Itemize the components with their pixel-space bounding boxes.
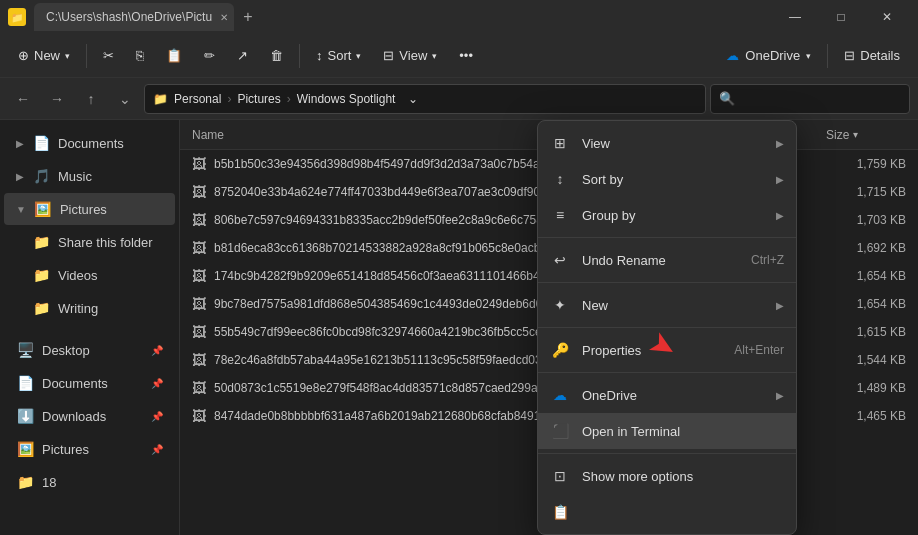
- app-icon: 📁: [8, 8, 26, 26]
- ctx-view[interactable]: ⊞ View ▶: [538, 125, 796, 161]
- videos-icon: 📁: [32, 267, 50, 283]
- tab-close-btn[interactable]: ✕: [220, 12, 228, 23]
- clipboard-ctx-icon: 📋: [550, 504, 570, 520]
- ctx-undo-label: Undo Rename: [582, 253, 739, 268]
- show-more-icon: ⊡: [550, 468, 570, 484]
- properties-icon: 🔑: [550, 342, 570, 358]
- address-box[interactable]: 📁 Personal › Pictures › Windows Spotligh…: [144, 84, 706, 114]
- file-size: 1,654 KB: [826, 269, 906, 283]
- file-icon: 🖼: [192, 156, 206, 172]
- close-btn[interactable]: ✕: [864, 0, 910, 34]
- ctx-clipboard[interactable]: 📋: [538, 494, 796, 530]
- up-btn[interactable]: ↑: [76, 84, 106, 114]
- breadcrumb-spotlight[interactable]: Windows Spotlight: [297, 92, 396, 106]
- sidebar-item-18[interactable]: 📁 18: [4, 466, 175, 498]
- minimize-btn[interactable]: —: [772, 0, 818, 34]
- pin-icon3: 📌: [151, 411, 163, 422]
- onedrive-ctx-icon: ☁: [550, 387, 570, 403]
- sidebar-item-documents2[interactable]: 📄 Documents 📌: [4, 367, 175, 399]
- address-expand-btn[interactable]: ⌄: [401, 87, 425, 111]
- desktop-icon: 🖥️: [16, 342, 34, 358]
- ctx-sep1: [538, 237, 796, 238]
- rename-btn[interactable]: ✏: [194, 40, 225, 72]
- more-button[interactable]: •••: [449, 40, 483, 72]
- ctx-undo-rename[interactable]: ↩ Undo Rename Ctrl+Z: [538, 242, 796, 278]
- writing-icon: 📁: [32, 300, 50, 316]
- file-size: 1,544 KB: [826, 353, 906, 367]
- ctx-group-by[interactable]: ≡ Group by ▶: [538, 197, 796, 233]
- new-button[interactable]: ⊕ New ▾: [8, 40, 80, 72]
- delete-btn[interactable]: 🗑: [260, 40, 293, 72]
- sidebar-label-downloads: Downloads: [42, 409, 106, 424]
- sidebar-item-documents[interactable]: ▶ 📄 Documents: [4, 127, 175, 159]
- file-icon: 🖼: [192, 240, 206, 256]
- file-size: 1,692 KB: [826, 241, 906, 255]
- copy-btn[interactable]: ⎘: [126, 40, 154, 72]
- title-bar: 📁 C:\Users\shash\OneDrive\Pictu ✕ + — □ …: [0, 0, 918, 34]
- cut-btn[interactable]: ✂: [93, 40, 124, 72]
- sidebar: ▶ 📄 Documents ▶ 🎵 Music ▼ 🖼️ Pictures 📁 …: [0, 120, 180, 535]
- sidebar-item-writing[interactable]: 📁 Writing: [4, 292, 175, 324]
- file-size: 1,759 KB: [826, 157, 906, 171]
- file-size: 1,654 KB: [826, 297, 906, 311]
- details-icon: ⊟: [844, 48, 855, 63]
- sidebar-item-pictures2[interactable]: 🖼️ Pictures 📌: [4, 433, 175, 465]
- ctx-group-label: Group by: [582, 208, 764, 223]
- search-box[interactable]: 🔍: [710, 84, 910, 114]
- view-arrow: ▶: [776, 138, 784, 149]
- sidebar-item-share-folder[interactable]: 📁 Share this folder: [4, 226, 175, 258]
- folder-icon-addr: 📁: [153, 92, 168, 106]
- sidebar-item-desktop[interactable]: 🖥️ Desktop 📌: [4, 334, 175, 366]
- pin-icon2: 📌: [151, 378, 163, 389]
- ctx-new-label: New: [582, 298, 764, 313]
- pin-icon4: 📌: [151, 444, 163, 455]
- file-size: 1,703 KB: [826, 213, 906, 227]
- toolbar-sep1: [86, 44, 87, 68]
- breadcrumb-personal[interactable]: Personal: [174, 92, 221, 106]
- paste-btn[interactable]: 📋: [156, 40, 192, 72]
- tab-active[interactable]: C:\Users\shash\OneDrive\Pictu ✕: [34, 3, 234, 31]
- sidebar-label-videos: Videos: [58, 268, 98, 283]
- ctx-sep4: [538, 372, 796, 373]
- ctx-open-terminal[interactable]: ⬛ Open in Terminal: [538, 413, 796, 449]
- ctx-show-more[interactable]: ⊡ Show more options: [538, 458, 796, 494]
- sidebar-item-downloads[interactable]: ⬇️ Downloads 📌: [4, 400, 175, 432]
- ctx-terminal-label: Open in Terminal: [582, 424, 784, 439]
- file-icon: 🖼: [192, 380, 206, 396]
- details-button[interactable]: ⊟ Details: [834, 40, 910, 72]
- back-btn[interactable]: ←: [8, 84, 38, 114]
- sidebar-label-share-folder: Share this folder: [58, 235, 153, 250]
- undo-icon: ↩: [550, 252, 570, 268]
- ctx-onedrive[interactable]: ☁ OneDrive ▶: [538, 377, 796, 413]
- expand-icon: ▶: [16, 171, 24, 182]
- ctx-view-label: View: [582, 136, 764, 151]
- downloads-icon: ⬇️: [16, 408, 34, 424]
- sidebar-label-18: 18: [42, 475, 56, 490]
- recent-btn[interactable]: ⌄: [110, 84, 140, 114]
- sidebar-label-pictures: Pictures: [60, 202, 107, 217]
- col-size: Size ▾: [826, 128, 906, 142]
- onedrive-button[interactable]: ☁ OneDrive ▾: [716, 40, 821, 72]
- new-tab-btn[interactable]: +: [234, 3, 262, 31]
- sort-chevron: ▾: [356, 51, 361, 61]
- ctx-sort-by[interactable]: ↕ Sort by ▶: [538, 161, 796, 197]
- view-chevron: ▾: [432, 51, 437, 61]
- ctx-new[interactable]: ✦ New ▶: [538, 287, 796, 323]
- toolbar: ⊕ New ▾ ✂ ⎘ 📋 ✏ ↗ 🗑 ↕ Sort ▾ ⊟ View ▾ ••…: [0, 34, 918, 78]
- maximize-btn[interactable]: □: [818, 0, 864, 34]
- details-label: Details: [860, 48, 900, 63]
- sort-button[interactable]: ↕ Sort ▾: [306, 40, 371, 72]
- sidebar-item-pictures[interactable]: ▼ 🖼️ Pictures: [4, 193, 175, 225]
- view-button[interactable]: ⊟ View ▾: [373, 40, 447, 72]
- ctx-properties[interactable]: 🔑 Properties Alt+Enter: [538, 332, 796, 368]
- file-icon: 🖼: [192, 296, 206, 312]
- sidebar-item-music[interactable]: ▶ 🎵 Music: [4, 160, 175, 192]
- onedrive-chevron: ▾: [806, 51, 811, 61]
- documents-icon: 📄: [32, 135, 50, 151]
- forward-btn[interactable]: →: [42, 84, 72, 114]
- sidebar-label-documents: Documents: [58, 136, 124, 151]
- sidebar-item-videos[interactable]: 📁 Videos: [4, 259, 175, 291]
- share-btn[interactable]: ↗: [227, 40, 258, 72]
- breadcrumb-pictures[interactable]: Pictures: [237, 92, 280, 106]
- tab-title: C:\Users\shash\OneDrive\Pictu: [46, 10, 212, 24]
